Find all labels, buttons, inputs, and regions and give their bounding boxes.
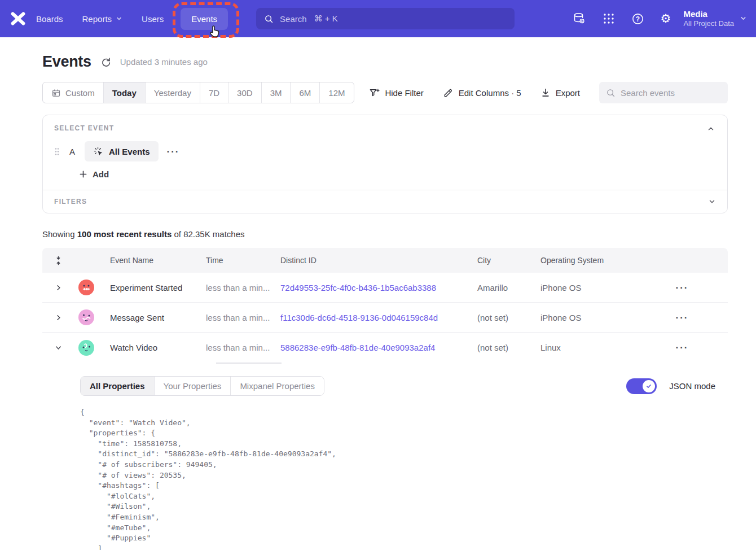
hide-filter-button[interactable]: Hide Filter: [369, 88, 423, 98]
date-6m-button[interactable]: 6M: [291, 82, 320, 103]
project-text: Media All Project Data: [683, 8, 734, 29]
tab-your-properties-label: Your Properties: [164, 381, 222, 391]
json-mode-label: JSON mode: [669, 381, 715, 391]
nav-item-reports[interactable]: Reports: [82, 14, 123, 24]
date-yesterday-button[interactable]: Yesterday: [146, 82, 200, 103]
cursor-pointer-icon: [208, 24, 222, 40]
project-scope: All Project Data: [683, 19, 734, 29]
filter-row: Custom Today Yesterday 7D 30D 3M 6M 12M …: [42, 82, 728, 103]
global-search-input[interactable]: Search ⌘ + K: [256, 8, 515, 29]
expand-row-button[interactable]: [42, 284, 74, 291]
event-click-icon: [93, 146, 103, 156]
column-header-event-name[interactable]: Event Name: [99, 256, 206, 265]
chevron-down-icon: [116, 15, 122, 22]
column-header-distinct-id[interactable]: Distinct ID: [280, 256, 477, 265]
event-avatar: [78, 280, 94, 295]
json-mode-control: JSON mode: [626, 378, 715, 394]
chevron-down-icon[interactable]: [708, 198, 716, 206]
date-custom-button[interactable]: Custom: [43, 82, 104, 103]
date-30d-button[interactable]: 30D: [228, 82, 262, 103]
date-3m-label: 3M: [270, 88, 282, 98]
help-icon[interactable]: ?: [631, 12, 644, 25]
collapse-row-button[interactable]: [42, 344, 74, 351]
nav-item-events-label: Events: [191, 14, 217, 24]
distinct-id-link[interactable]: f11c30d6-dc6d-4518-9136-0d046159c84d: [280, 313, 438, 322]
tab-all-properties[interactable]: All Properties: [81, 377, 155, 395]
filters-title: FILTERS: [54, 198, 87, 206]
avatar-face-icon: [78, 309, 94, 325]
tab-all-properties-label: All Properties: [90, 381, 145, 391]
column-header-city[interactable]: City: [477, 256, 540, 265]
table-toolbar: Hide Filter Edit Columns · 5 Export: [369, 82, 728, 103]
date-30d-label: 30D: [237, 88, 253, 98]
row-more-button[interactable]: ···: [676, 283, 689, 293]
event-more-button[interactable]: ···: [167, 147, 180, 156]
os-cell: Linux: [540, 343, 636, 352]
drag-handle-icon[interactable]: [54, 147, 60, 156]
chevron-up-icon: [707, 125, 715, 133]
tab-mixpanel-properties-label: Mixpanel Properties: [240, 381, 315, 391]
tab-mixpanel-properties[interactable]: Mixpanel Properties: [231, 377, 324, 395]
mixpanel-logo-icon: [10, 10, 27, 27]
distinct-id-link[interactable]: 5886283e-e9fb-48fb-81de-40e9093a2af4: [280, 343, 435, 352]
event-name-cell: Watch Video: [99, 343, 206, 352]
nav-item-events-wrap: Events: [181, 8, 228, 30]
nav-item-boards[interactable]: Boards: [36, 14, 63, 24]
event-name-cell: Message Sent: [99, 313, 206, 322]
edit-columns-button[interactable]: Edit Columns · 5: [443, 88, 521, 98]
time-column-divider: [216, 363, 282, 364]
date-3m-button[interactable]: 3M: [262, 82, 291, 103]
pencil-icon: [443, 88, 454, 98]
chevron-right-icon: [55, 314, 62, 321]
main-content: Events Updated 3 minutes ago Custom Toda…: [0, 53, 756, 550]
column-header-time[interactable]: Time: [206, 256, 280, 265]
collapse-all-rows-button[interactable]: [42, 256, 74, 265]
date-range-segmented-control: Custom Today Yesterday 7D 30D 3M 6M 12M: [42, 82, 354, 103]
event-avatar: [78, 309, 94, 325]
global-search-placeholder: Search: [280, 14, 307, 24]
event-selector-chip[interactable]: All Events: [85, 141, 159, 161]
row-detail-panel: All Properties Your Properties Mixpanel …: [42, 363, 728, 550]
expand-row-button[interactable]: [42, 314, 74, 321]
refresh-icon[interactable]: [100, 56, 111, 67]
apps-grid-icon[interactable]: [603, 12, 615, 25]
toggle-knob: [643, 380, 655, 392]
data-management-icon[interactable]: [572, 12, 586, 25]
nav-item-users[interactable]: Users: [142, 14, 164, 24]
time-cell: less than a min...: [206, 283, 280, 293]
nav-items: Boards Reports Users Events: [36, 8, 228, 30]
search-icon: [264, 14, 274, 24]
filters-section[interactable]: FILTERS: [43, 190, 727, 213]
collapse-section-button[interactable]: [707, 125, 715, 133]
event-query-row: A All Events ···: [54, 141, 716, 161]
detail-header: All Properties Your Properties Mixpanel …: [80, 376, 715, 396]
row-more-button[interactable]: ···: [676, 313, 689, 322]
event-avatar: [78, 340, 94, 356]
nav-item-reports-label: Reports: [82, 14, 112, 24]
date-7d-button[interactable]: 7D: [200, 82, 228, 103]
event-json-viewer[interactable]: { "event": "Watch Video", "properties": …: [80, 407, 715, 550]
column-header-os[interactable]: Operating System: [540, 256, 636, 265]
chevron-down-icon: [55, 344, 62, 351]
tab-your-properties[interactable]: Your Properties: [155, 377, 231, 395]
mixpanel-logo[interactable]: [0, 10, 36, 27]
event-name-cell: Experiment Started: [99, 283, 206, 293]
row-more-button[interactable]: ···: [676, 343, 689, 352]
distinct-id-link[interactable]: 72d49553-25fc-4f0c-b436-1b5ac6ab3388: [280, 283, 436, 293]
export-label: Export: [556, 88, 580, 98]
json-mode-toggle[interactable]: [626, 378, 657, 394]
date-12m-button[interactable]: 12M: [320, 82, 353, 103]
date-6m-label: 6M: [299, 88, 311, 98]
project-switcher[interactable]: Media All Project Data: [683, 8, 747, 29]
summary-bold: 100 most recent results: [77, 229, 172, 239]
plus-icon: [79, 170, 87, 178]
date-today-button[interactable]: Today: [104, 82, 146, 103]
time-cell: less than a min...: [206, 313, 280, 322]
add-event-button[interactable]: Add: [79, 169, 109, 179]
avatar-face-icon: [78, 280, 94, 295]
settings-gear-icon[interactable]: ⚙: [661, 13, 671, 25]
avatar-face-icon: [78, 340, 94, 356]
export-button[interactable]: Export: [540, 88, 580, 98]
table-row-expanded: Watch Video less than a min... 5886283e-…: [42, 333, 728, 363]
search-events-input[interactable]: Search events: [599, 82, 728, 103]
